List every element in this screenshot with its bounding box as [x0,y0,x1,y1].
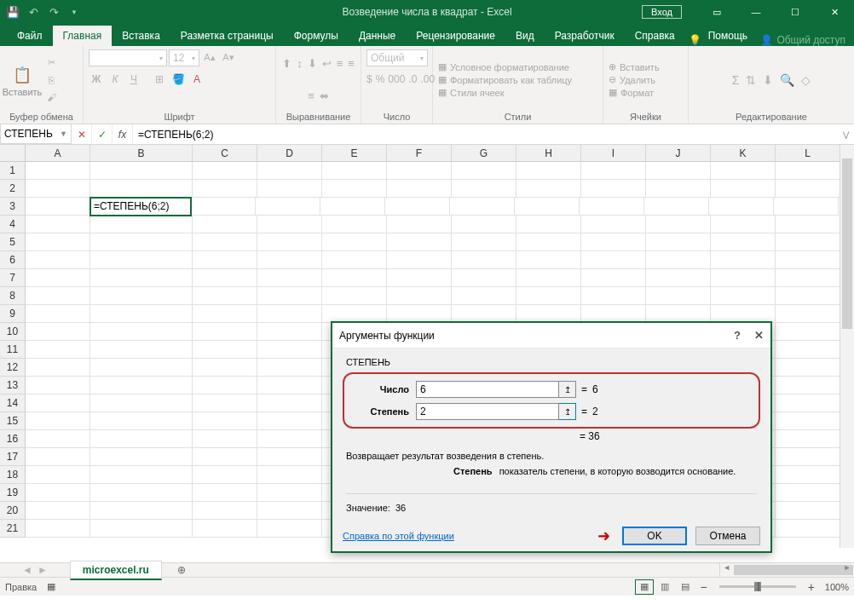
cell[interactable] [322,180,387,198]
cell[interactable] [776,269,840,287]
conditional-format-button[interactable]: ▦Условное форматирование [438,61,572,72]
cell[interactable] [90,216,193,233]
format-painter-icon[interactable]: 🖌 [43,89,60,105]
cell[interactable] [516,269,581,287]
cell[interactable] [193,377,257,394]
cell[interactable] [776,430,840,448]
cell[interactable] [90,305,193,323]
cell[interactable] [193,448,257,466]
insert-function-button[interactable]: fx [113,124,133,144]
cell[interactable] [26,359,90,377]
cell[interactable] [26,448,90,466]
col-header[interactable]: B [90,145,193,162]
cell[interactable] [776,251,840,269]
scroll-right-icon[interactable]: ► [840,563,854,572]
cell[interactable] [257,520,322,538]
function-help-link[interactable]: Справка по этой функции [343,531,454,541]
cell[interactable] [193,520,257,538]
cell[interactable] [26,412,90,430]
cell[interactable] [776,502,840,520]
col-header[interactable]: L [776,145,840,162]
cell[interactable] [90,466,193,484]
cell[interactable] [711,287,776,305]
ok-button[interactable]: OK [622,527,687,545]
cell[interactable] [257,484,322,502]
cell[interactable] [90,162,193,180]
sort-filter-icon[interactable]: ⇅ [746,73,756,87]
name-box[interactable]: СТЕПЕНЬ ▼ [0,124,72,144]
fill-color-icon[interactable]: 🪣 [170,73,186,85]
cell[interactable] [26,520,90,538]
cell[interactable] [193,466,257,484]
row-header[interactable]: 13 [0,377,26,394]
cell[interactable] [90,180,193,198]
cell[interactable] [26,502,90,520]
cell[interactable] [387,251,452,269]
cell[interactable] [452,216,516,233]
col-header[interactable]: A [26,145,90,162]
cell[interactable] [452,233,516,251]
cell[interactable] [516,251,581,269]
cell[interactable] [322,269,387,287]
cell[interactable] [452,305,516,323]
align-center-icon[interactable]: ≡ [348,57,355,70]
autosum-icon[interactable]: Σ [732,73,740,87]
cell[interactable] [322,233,387,251]
cell[interactable] [387,269,452,287]
col-header[interactable]: K [711,145,776,162]
col-header[interactable]: J [646,145,711,162]
cell[interactable] [90,448,193,466]
cell[interactable] [90,323,193,341]
font-name-select[interactable]: ▾ [89,49,167,66]
tab-tellme[interactable]: Помощь [705,26,758,46]
cell[interactable] [581,162,646,180]
cell[interactable] [26,162,90,180]
cancel-formula-button[interactable]: ✕ [72,124,92,144]
cell[interactable] [26,377,90,394]
font-color-icon[interactable]: A [189,73,205,85]
cell[interactable] [711,233,776,251]
cell[interactable] [257,216,322,233]
tab-home[interactable]: Главная [53,26,113,46]
cell[interactable] [711,269,776,287]
cell[interactable] [90,412,193,430]
cell[interactable] [452,180,516,198]
cell-styles-button[interactable]: ▦Стили ячеек [438,87,572,98]
cell[interactable] [257,448,322,466]
row-header[interactable]: 2 [0,180,26,198]
cell[interactable] [90,341,193,359]
dialog-titlebar[interactable]: Аргументы функции ? ✕ [332,323,770,348]
cell[interactable] [516,287,581,305]
row-header[interactable]: 7 [0,269,26,287]
cell[interactable] [581,233,646,251]
cell[interactable] [257,466,322,484]
tab-help[interactable]: Справка [625,26,685,46]
row-header[interactable]: 6 [0,251,26,269]
cell[interactable] [193,180,257,198]
tab-developer[interactable]: Разработчик [545,26,625,46]
arg2-input[interactable] [416,403,559,420]
format-as-table-button[interactable]: ▦Форматировать как таблицу [438,74,572,85]
cell[interactable] [776,180,840,198]
cell[interactable] [193,341,257,359]
close-button[interactable]: ✕ [815,0,854,24]
cell[interactable] [776,484,840,502]
bold-button[interactable]: Ж [89,73,104,85]
cell[interactable] [776,520,840,538]
cell[interactable] [387,216,452,233]
insert-cells-button[interactable]: ⊕Вставить [609,61,660,72]
col-header[interactable]: F [387,145,452,162]
row-header[interactable]: 17 [0,448,26,466]
cell[interactable] [581,251,646,269]
formula-input[interactable]: =СТЕПЕНЬ(6;2) [133,129,837,141]
cell[interactable] [193,430,257,448]
cell[interactable] [581,216,646,233]
shrink-font-icon[interactable]: A▾ [220,49,237,65]
cell[interactable] [26,233,90,251]
cell[interactable] [385,198,450,216]
cell[interactable] [646,233,711,251]
copy-icon[interactable]: ⎘ [43,72,60,88]
cell[interactable] [193,412,257,430]
align-middle-icon[interactable]: ↕ [297,57,303,70]
row-header[interactable]: 9 [0,305,26,323]
